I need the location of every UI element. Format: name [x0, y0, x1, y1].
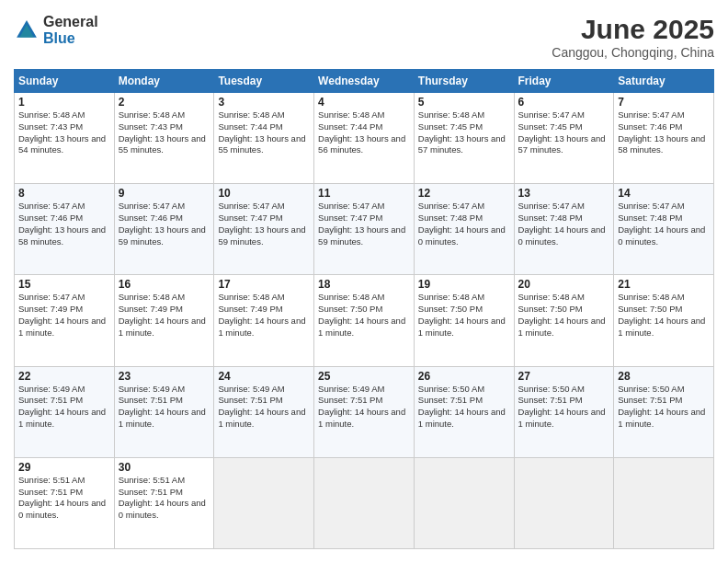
- header-monday: Monday: [114, 70, 214, 93]
- header-thursday: Thursday: [414, 70, 514, 93]
- day-info: Sunrise: 5:49 AM Sunset: 7:51 PM Dayligh…: [18, 384, 110, 431]
- day-info: Sunrise: 5:51 AM Sunset: 7:51 PM Dayligh…: [18, 475, 110, 522]
- day-number: 2: [119, 96, 210, 109]
- weekday-header-row: Sunday Monday Tuesday Wednesday Thursday…: [15, 70, 714, 93]
- calendar-cell: 22 Sunrise: 5:49 AM Sunset: 7:51 PM Dayl…: [15, 366, 115, 457]
- day-number: 11: [318, 187, 410, 200]
- day-info: Sunrise: 5:47 AM Sunset: 7:49 PM Dayligh…: [18, 292, 110, 339]
- logo-general: General: [43, 14, 98, 30]
- day-number: 4: [318, 96, 410, 109]
- calendar-cell: 10 Sunrise: 5:47 AM Sunset: 7:47 PM Dayl…: [214, 184, 314, 275]
- calendar-cell: 12 Sunrise: 5:47 AM Sunset: 7:48 PM Dayl…: [414, 184, 514, 275]
- day-number: 15: [18, 278, 110, 291]
- day-number: 16: [119, 278, 210, 291]
- day-number: 7: [618, 96, 710, 109]
- day-info: Sunrise: 5:48 AM Sunset: 7:49 PM Dayligh…: [218, 292, 310, 339]
- header-sunday: Sunday: [15, 70, 115, 93]
- calendar-cell: 15 Sunrise: 5:47 AM Sunset: 7:49 PM Dayl…: [15, 275, 115, 366]
- day-number: 6: [518, 96, 610, 109]
- calendar-title: June 2025: [552, 14, 714, 45]
- day-number: 14: [618, 187, 710, 200]
- calendar-cell: [314, 457, 415, 548]
- calendar-cell: 20 Sunrise: 5:48 AM Sunset: 7:50 PM Dayl…: [514, 275, 614, 366]
- header-wednesday: Wednesday: [314, 70, 415, 93]
- day-number: 30: [119, 461, 210, 474]
- calendar-cell: 26 Sunrise: 5:50 AM Sunset: 7:51 PM Dayl…: [414, 366, 514, 457]
- page: General Blue June 2025 Canggou, Chongqin…: [0, 0, 728, 563]
- day-info: Sunrise: 5:49 AM Sunset: 7:51 PM Dayligh…: [119, 384, 210, 431]
- day-info: Sunrise: 5:50 AM Sunset: 7:51 PM Dayligh…: [518, 384, 610, 431]
- day-info: Sunrise: 5:48 AM Sunset: 7:49 PM Dayligh…: [119, 292, 210, 339]
- day-number: 9: [119, 187, 210, 200]
- day-info: Sunrise: 5:47 AM Sunset: 7:48 PM Dayligh…: [618, 201, 710, 247]
- calendar-cell: 14 Sunrise: 5:47 AM Sunset: 7:48 PM Dayl…: [614, 184, 714, 275]
- calendar-cell: 8 Sunrise: 5:47 AM Sunset: 7:46 PM Dayli…: [15, 184, 115, 275]
- day-number: 23: [119, 370, 210, 383]
- calendar-cell: 29 Sunrise: 5:51 AM Sunset: 7:51 PM Dayl…: [15, 457, 115, 548]
- day-number: 18: [318, 278, 410, 291]
- calendar-cell: 27 Sunrise: 5:50 AM Sunset: 7:51 PM Dayl…: [514, 366, 614, 457]
- day-info: Sunrise: 5:48 AM Sunset: 7:45 PM Dayligh…: [418, 109, 510, 156]
- day-info: Sunrise: 5:48 AM Sunset: 7:43 PM Dayligh…: [18, 109, 110, 156]
- header-friday: Friday: [514, 70, 614, 93]
- calendar-week-row: 15 Sunrise: 5:47 AM Sunset: 7:49 PM Dayl…: [15, 275, 714, 366]
- day-number: 29: [18, 461, 110, 474]
- day-info: Sunrise: 5:47 AM Sunset: 7:48 PM Dayligh…: [418, 201, 510, 247]
- calendar-cell: 13 Sunrise: 5:47 AM Sunset: 7:48 PM Dayl…: [514, 184, 614, 275]
- calendar-cell: 2 Sunrise: 5:48 AM Sunset: 7:43 PM Dayli…: [114, 93, 214, 184]
- day-number: 3: [218, 96, 310, 109]
- day-number: 21: [618, 278, 710, 291]
- day-number: 26: [418, 370, 510, 383]
- day-info: Sunrise: 5:48 AM Sunset: 7:50 PM Dayligh…: [418, 292, 510, 339]
- day-info: Sunrise: 5:50 AM Sunset: 7:51 PM Dayligh…: [418, 384, 510, 431]
- logo: General Blue: [14, 14, 98, 46]
- calendar-cell: 17 Sunrise: 5:48 AM Sunset: 7:49 PM Dayl…: [214, 275, 314, 366]
- calendar-cell: [214, 457, 314, 548]
- header: General Blue June 2025 Canggou, Chongqin…: [14, 14, 714, 60]
- calendar-cell: 30 Sunrise: 5:51 AM Sunset: 7:51 PM Dayl…: [114, 457, 214, 548]
- day-info: Sunrise: 5:48 AM Sunset: 7:50 PM Dayligh…: [518, 292, 610, 339]
- calendar-week-row: 22 Sunrise: 5:49 AM Sunset: 7:51 PM Dayl…: [15, 366, 714, 457]
- day-info: Sunrise: 5:47 AM Sunset: 7:46 PM Dayligh…: [618, 109, 710, 156]
- header-tuesday: Tuesday: [214, 70, 314, 93]
- calendar-cell: 9 Sunrise: 5:47 AM Sunset: 7:46 PM Dayli…: [114, 184, 214, 275]
- day-info: Sunrise: 5:47 AM Sunset: 7:47 PM Dayligh…: [218, 201, 310, 247]
- logo-text: General Blue: [43, 14, 98, 46]
- calendar-cell: [414, 457, 514, 548]
- day-info: Sunrise: 5:47 AM Sunset: 7:48 PM Dayligh…: [518, 201, 610, 247]
- day-info: Sunrise: 5:48 AM Sunset: 7:44 PM Dayligh…: [218, 109, 310, 156]
- calendar-cell: 25 Sunrise: 5:49 AM Sunset: 7:51 PM Dayl…: [314, 366, 415, 457]
- calendar-cell: 24 Sunrise: 5:49 AM Sunset: 7:51 PM Dayl…: [214, 366, 314, 457]
- day-number: 28: [618, 370, 710, 383]
- calendar-cell: 11 Sunrise: 5:47 AM Sunset: 7:47 PM Dayl…: [314, 184, 415, 275]
- day-info: Sunrise: 5:48 AM Sunset: 7:50 PM Dayligh…: [318, 292, 410, 339]
- day-info: Sunrise: 5:48 AM Sunset: 7:50 PM Dayligh…: [618, 292, 710, 339]
- day-info: Sunrise: 5:48 AM Sunset: 7:44 PM Dayligh…: [318, 109, 410, 156]
- calendar-subtitle: Canggou, Chongqing, China: [552, 45, 714, 60]
- calendar-cell: 23 Sunrise: 5:49 AM Sunset: 7:51 PM Dayl…: [114, 366, 214, 457]
- day-number: 24: [218, 370, 310, 383]
- day-info: Sunrise: 5:48 AM Sunset: 7:43 PM Dayligh…: [119, 109, 210, 156]
- day-info: Sunrise: 5:49 AM Sunset: 7:51 PM Dayligh…: [318, 384, 410, 431]
- calendar-cell: 28 Sunrise: 5:50 AM Sunset: 7:51 PM Dayl…: [614, 366, 714, 457]
- day-number: 27: [518, 370, 610, 383]
- calendar-week-row: 8 Sunrise: 5:47 AM Sunset: 7:46 PM Dayli…: [15, 184, 714, 275]
- header-saturday: Saturday: [614, 70, 714, 93]
- day-info: Sunrise: 5:47 AM Sunset: 7:45 PM Dayligh…: [518, 109, 610, 156]
- day-number: 20: [518, 278, 610, 291]
- calendar-cell: 21 Sunrise: 5:48 AM Sunset: 7:50 PM Dayl…: [614, 275, 714, 366]
- day-info: Sunrise: 5:47 AM Sunset: 7:46 PM Dayligh…: [18, 201, 110, 247]
- calendar-cell: 4 Sunrise: 5:48 AM Sunset: 7:44 PM Dayli…: [314, 93, 415, 184]
- day-info: Sunrise: 5:51 AM Sunset: 7:51 PM Dayligh…: [119, 475, 210, 522]
- calendar-week-row: 1 Sunrise: 5:48 AM Sunset: 7:43 PM Dayli…: [15, 93, 714, 184]
- day-number: 10: [218, 187, 310, 200]
- day-number: 22: [18, 370, 110, 383]
- calendar-cell: 6 Sunrise: 5:47 AM Sunset: 7:45 PM Dayli…: [514, 93, 614, 184]
- calendar-cell: 19 Sunrise: 5:48 AM Sunset: 7:50 PM Dayl…: [414, 275, 514, 366]
- day-number: 1: [18, 96, 110, 109]
- day-number: 19: [418, 278, 510, 291]
- logo-blue: Blue: [43, 30, 98, 47]
- logo-icon: [14, 17, 40, 43]
- calendar-cell: 18 Sunrise: 5:48 AM Sunset: 7:50 PM Dayl…: [314, 275, 415, 366]
- day-info: Sunrise: 5:50 AM Sunset: 7:51 PM Dayligh…: [618, 384, 710, 431]
